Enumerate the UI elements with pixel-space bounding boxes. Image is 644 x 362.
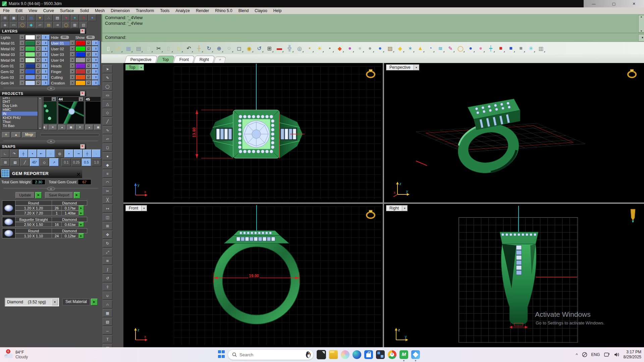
device-pen-icon[interactable] bbox=[604, 352, 610, 357]
mesh-tool-icon[interactable]: ▦ bbox=[103, 309, 112, 317]
zoom-selected-icon[interactable]: ◉ bbox=[245, 44, 254, 53]
thumbnail-save-button[interactable]: ▦ bbox=[44, 125, 48, 130]
viewport-front[interactable]: Front ▼ bbox=[123, 204, 383, 347]
microsoft-store[interactable] bbox=[364, 350, 373, 359]
layer-flyout-icon[interactable]: ▸ bbox=[70, 46, 75, 51]
wire-box-icon[interactable]: ▢ bbox=[18, 15, 26, 21]
search-input[interactable]: Search bbox=[228, 349, 314, 360]
thumbnail-load-button[interactable]: ▴ bbox=[58, 125, 66, 130]
snap-mode-button[interactable]: ◇ bbox=[40, 158, 49, 166]
lock-icon[interactable] bbox=[86, 69, 92, 74]
viewport-top[interactable]: Top ▼ bbox=[123, 63, 383, 202]
render-icon[interactable]: ◆ bbox=[335, 44, 344, 53]
menu-item[interactable]: Curve bbox=[40, 8, 57, 13]
axis-arrows-icon[interactable]: ┿ bbox=[486, 44, 495, 53]
project-list-item[interactable]: DHT bbox=[2, 100, 38, 104]
gem-yellow-icon[interactable]: ◆ bbox=[396, 44, 405, 53]
open-file-icon[interactable]: ▱ bbox=[114, 44, 123, 53]
profile-icon[interactable]: ▭ bbox=[10, 22, 18, 28]
layer-name[interactable]: Heads bbox=[51, 64, 70, 68]
layer-flyout-icon[interactable]: ▸ bbox=[70, 80, 75, 85]
thumbnail-image[interactable] bbox=[85, 101, 101, 124]
curve-tool-icon[interactable]: ∿ bbox=[103, 126, 112, 134]
scale-tool2-icon[interactable]: ⤢ bbox=[103, 248, 112, 256]
layer-name[interactable]: Cutting bbox=[51, 75, 70, 79]
globe-icon[interactable]: ◔ bbox=[426, 44, 435, 53]
layer-name[interactable]: User 02 bbox=[51, 47, 70, 51]
box-tool-icon[interactable]: ◻ bbox=[103, 143, 112, 152]
loft-tool-icon[interactable]: ≋ bbox=[103, 257, 112, 265]
snap-button[interactable]: ┼ bbox=[83, 149, 92, 158]
snap-mode-button[interactable]: ⊞ bbox=[1, 158, 10, 166]
point-icon[interactable]: • bbox=[305, 44, 314, 53]
layer-color-swatch[interactable] bbox=[75, 80, 86, 85]
save-report-run-icon[interactable]: ▶ bbox=[74, 192, 80, 198]
viewport-right[interactable]: Right ▼ bbox=[384, 204, 644, 347]
layer-flyout-icon[interactable]: ▸ bbox=[70, 41, 75, 46]
filter-funnel-icon[interactable]: ▼ bbox=[36, 15, 44, 21]
split-tool-icon[interactable]: ╳ bbox=[103, 196, 112, 204]
surface-tool-icon[interactable]: ▧ bbox=[103, 318, 112, 326]
lock-icon[interactable] bbox=[86, 58, 92, 63]
language-indicator[interactable]: ENG bbox=[591, 352, 600, 357]
scale-tool-icon[interactable]: ▱ bbox=[36, 22, 44, 28]
layer-name[interactable]: User 03 bbox=[51, 53, 70, 57]
viewport-layout-icon[interactable]: ⊞ bbox=[265, 44, 274, 53]
builder-cyan-icon[interactable]: ✦ bbox=[71, 15, 79, 21]
extrude-tool-icon[interactable]: ⇧ bbox=[103, 283, 112, 291]
task-list-icon[interactable]: ▤ bbox=[53, 15, 61, 21]
hide-toggle[interactable] bbox=[60, 35, 69, 40]
thumbnail-save-button[interactable]: ▦ bbox=[94, 125, 101, 130]
light-icon[interactable]: ☀ bbox=[315, 44, 324, 53]
circle-tool-icon[interactable]: ◯ bbox=[103, 82, 112, 90]
rotate-tool-icon[interactable]: ↻ bbox=[103, 239, 112, 247]
layer-color-swatch[interactable] bbox=[25, 41, 35, 46]
layer-visibility-button[interactable]: I bbox=[42, 35, 50, 40]
layer-name[interactable]: Metal 01 bbox=[1, 41, 19, 45]
revolve-tool-icon[interactable]: ↺ bbox=[103, 274, 112, 282]
diamond-tool-icon[interactable]: ◆ bbox=[103, 161, 112, 169]
lock-icon[interactable] bbox=[36, 35, 41, 40]
maximize-button[interactable]: ▢ bbox=[604, 0, 624, 7]
thumbnail-delete-button[interactable]: ✕ bbox=[76, 125, 84, 130]
scroll-up-icon[interactable]: ▲ bbox=[640, 15, 643, 18]
scroll-up-icon[interactable]: ▲ bbox=[39, 97, 41, 99]
scroll-down-icon[interactable]: ▼ bbox=[641, 36, 644, 39]
layer-flyout-icon[interactable]: ▸ bbox=[20, 52, 25, 57]
layer-color-swatch[interactable] bbox=[25, 80, 35, 85]
close-button[interactable]: ✕ bbox=[624, 0, 644, 7]
gumball-icon[interactable]: ╬ bbox=[285, 44, 294, 53]
layer-flyout-icon[interactable]: ▸ bbox=[70, 58, 75, 63]
array-tool-icon[interactable]: ⊞ bbox=[103, 222, 112, 230]
material-gray-icon[interactable]: ● bbox=[356, 44, 364, 53]
collapse-arrow-icon[interactable]: ▾ bbox=[47, 86, 55, 90]
layer-color-swatch[interactable] bbox=[75, 63, 86, 68]
lock-icon[interactable] bbox=[86, 41, 92, 46]
text-tool-icon[interactable]: T bbox=[103, 335, 112, 343]
rectangle-tool-icon[interactable]: ▭ bbox=[103, 91, 112, 99]
set-material-run-icon[interactable]: ▶ bbox=[91, 299, 98, 305]
layer-flyout-icon[interactable]: ▸ bbox=[20, 41, 25, 46]
layer-color-swatch[interactable] bbox=[25, 63, 35, 68]
hatch-icon[interactable]: ▧ bbox=[79, 22, 88, 28]
layer-name[interactable]: Metal 03 bbox=[1, 53, 19, 57]
builder-red-icon[interactable]: ✦ bbox=[62, 15, 70, 21]
project-list-item[interactable]: HMC bbox=[2, 108, 38, 112]
lock-icon[interactable] bbox=[36, 52, 41, 57]
bolt-icon[interactable]: ▲ bbox=[416, 44, 425, 53]
builder-red2-icon[interactable]: ✦ bbox=[79, 15, 88, 21]
snap-mode-button[interactable]: 45° bbox=[30, 158, 39, 166]
layer-flyout-icon[interactable]: ▸ bbox=[20, 63, 25, 68]
sphere-tool-icon[interactable]: ● bbox=[103, 152, 112, 160]
snap-value-button[interactable]: 0.1 bbox=[61, 158, 71, 166]
grid-tool-icon[interactable]: ▦ bbox=[71, 22, 79, 28]
zoom-window-icon[interactable]: ◻ bbox=[235, 44, 244, 53]
print-icon[interactable]: ▤ bbox=[134, 44, 143, 53]
menu-item[interactable]: Blend bbox=[235, 8, 252, 13]
pen-magenta-icon[interactable]: ✎ bbox=[446, 44, 455, 53]
sphere-pink-icon[interactable]: ● bbox=[476, 44, 485, 53]
snap-button[interactable]: ◎ bbox=[55, 149, 64, 158]
layer-color-swatch[interactable] bbox=[75, 58, 86, 63]
projects-scrollbar[interactable]: ▲ ▼ bbox=[38, 97, 42, 130]
polyline-tool-icon[interactable]: △ bbox=[103, 100, 112, 108]
